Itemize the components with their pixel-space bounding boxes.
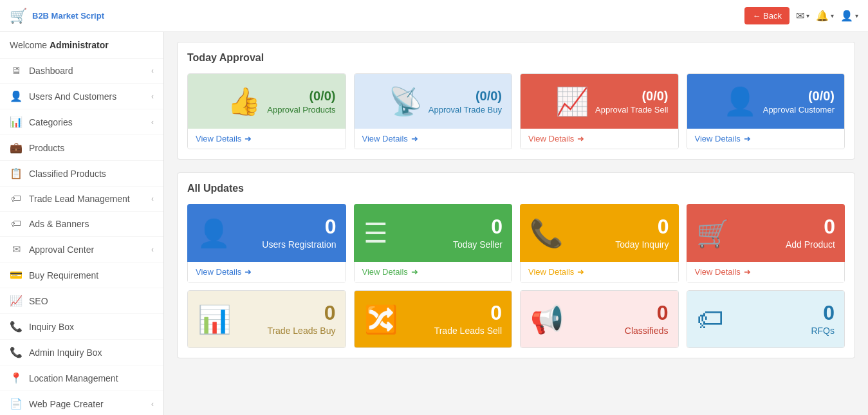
sidebar-item-ads-banners[interactable]: 🏷 Ads & Banners [0, 212, 163, 237]
update-card-bottom-users-registration[interactable]: View Details ➜ [187, 262, 346, 282]
approval-icon-approval-customer: 👤 [723, 86, 757, 117]
approval-link-text-approval-trade-buy: View Details [362, 134, 408, 143]
sidebar-item-inquiry-box[interactable]: 📞 Inquiry Box [0, 314, 163, 340]
sidebar-item-products[interactable]: 💼 Products [0, 135, 163, 161]
approval-label-approval-trade-sell: Approval Trade Sell [595, 105, 668, 115]
mail-button[interactable]: ✉ ▾ [796, 10, 809, 22]
update-label-today-seller: Today Seller [453, 239, 503, 250]
bottom-icon-trade-leads-buy: 📊 [198, 304, 231, 335]
sidebar-item-left: 🖥 Dashboard [10, 65, 73, 77]
sidebar-item-trade-lead-mgmt[interactable]: 🏷 Trade Lead Management ‹ [0, 187, 163, 212]
approval-icon-approval-trade-sell: 📈 [555, 86, 589, 117]
approval-link-approval-customer[interactable]: View Details ➜ [695, 134, 751, 143]
sidebar-item-left: 📋 Classified Products [10, 167, 106, 180]
update-link-users-registration[interactable]: View Details ➜ [196, 267, 252, 277]
update-card-add-product: 🛒 0 Add Product View Details ➜ [687, 204, 845, 282]
back-button[interactable]: ← Back [744, 7, 790, 24]
sidebar-label-products: Products [29, 143, 64, 153]
update-count-users-registration: 0 [262, 216, 336, 237]
sidebar-icon-inquiry-box: 📞 [10, 320, 23, 333]
bottom-count-rfqs: 0 [811, 302, 835, 323]
approval-link-arrow-approval-customer: ➜ [744, 134, 751, 143]
sidebar-label-trade-lead-mgmt: Trade Lead Management [29, 194, 130, 204]
sidebar-item-seo[interactable]: 📈 SEO [0, 288, 163, 314]
sidebar-item-left: 🏷 Ads & Banners [10, 218, 89, 230]
sidebar-item-buy-requirement[interactable]: 💳 Buy Requirement [0, 263, 163, 288]
navbar-right: ← Back ✉ ▾ 🔔 ▾ 👤 ▾ [744, 7, 858, 24]
sidebar-item-left: ✉ Approval Center [10, 243, 94, 255]
bottom-card-classifieds: 📢 0 Classifieds [520, 290, 679, 348]
update-card-bottom-add-product[interactable]: View Details ➜ [687, 262, 845, 282]
sidebar-welcome: Welcome Administrator [0, 32, 163, 59]
sidebar-item-approval-center[interactable]: ✉ Approval Center ‹ [0, 237, 163, 263]
sidebar-icon-dashboard: 🖥 [10, 65, 23, 77]
bottom-icon-classifieds: 📢 [530, 304, 564, 335]
user-button[interactable]: 👤 ▾ [840, 10, 858, 22]
approval-link-approval-products[interactable]: View Details ➜ [196, 134, 252, 143]
sidebar-item-left: 📞 Admin Inquiry Box [10, 346, 102, 358]
sidebar-arrow-dashboard: ‹ [151, 66, 154, 75]
approval-link-arrow-approval-trade-sell: ➜ [577, 134, 584, 143]
bottom-label-classifieds: Classifieds [625, 326, 669, 336]
update-info-today-seller: 0 Today Seller [453, 216, 503, 250]
update-count-today-seller: 0 [453, 216, 503, 237]
mail-icon: ✉ [796, 10, 804, 22]
approval-card-approval-customer: 👤 (0/0) Approval Customer View Details ➜ [687, 73, 845, 149]
sidebar-label-classified-products: Classified Products [29, 169, 106, 179]
update-link-today-seller[interactable]: View Details ➜ [362, 267, 418, 277]
approval-link-text-approval-customer: View Details [695, 134, 741, 143]
sidebar-item-web-page-creator[interactable]: 📄 Web Page Creater ‹ [0, 391, 163, 415]
sidebar-label-categories: Categories [29, 117, 73, 127]
bell-icon: 🔔 [816, 10, 829, 22]
sidebar-item-dashboard[interactable]: 🖥 Dashboard ‹ [0, 59, 163, 84]
sidebar-item-users-customers[interactable]: 👤 Users And Customers ‹ [0, 84, 163, 109]
bottom-info-trade-leads-buy: 0 Trade Leads Buy [267, 302, 335, 336]
bottom-card-top-trade-leads-sell: 🔀 0 Trade Leads Sell [355, 291, 512, 347]
approval-icon-approval-products: 👍 [227, 86, 261, 117]
bell-button[interactable]: 🔔 ▾ [816, 10, 834, 22]
update-info-users-registration: 0 Users Registration [262, 216, 336, 250]
bottom-label-rfqs: RFQs [811, 326, 835, 336]
approval-card-bottom-approval-trade-sell[interactable]: View Details ➜ [521, 129, 678, 149]
update-card-bottom-today-inquiry[interactable]: View Details ➜ [520, 262, 679, 282]
bottom-cards-grid: 📊 0 Trade Leads Buy 🔀 0 Trade Leads Sell… [187, 290, 845, 348]
sidebar-item-left: 💳 Buy Requirement [10, 269, 98, 281]
all-updates-title: All Updates [187, 183, 845, 194]
approval-card-approval-trade-buy: 📡 (0/0) Approval Trade Buy View Details … [354, 73, 513, 149]
sidebar-item-admin-inquiry-box[interactable]: 📞 Admin Inquiry Box [0, 340, 163, 365]
bottom-label-trade-leads-sell: Trade Leads Sell [434, 326, 502, 336]
update-card-users-registration: 👤 0 Users Registration View Details ➜ [187, 204, 346, 282]
bell-caret: ▾ [831, 12, 834, 19]
approval-count-approval-products: (0/0) [267, 89, 335, 104]
approval-card-approval-trade-sell: 📈 (0/0) Approval Trade Sell View Details… [520, 73, 679, 149]
approval-link-approval-trade-sell[interactable]: View Details ➜ [528, 134, 584, 143]
bottom-card-top-classifieds: 📢 0 Classifieds [521, 291, 678, 347]
bottom-card-rfqs: 🏷 0 RFQs [687, 290, 845, 348]
today-approval-title: Today Approval [187, 52, 845, 64]
bottom-count-classifieds: 0 [625, 302, 669, 323]
approval-count-approval-customer: (0/0) [763, 89, 835, 104]
update-card-bottom-today-seller[interactable]: View Details ➜ [354, 262, 513, 282]
sidebar-arrow-trade-lead-mgmt: ‹ [151, 194, 154, 203]
bottom-info-rfqs: 0 RFQs [811, 302, 835, 336]
update-card-top-users-registration: 👤 0 Users Registration [187, 204, 346, 262]
update-card-today-inquiry: 📞 0 Today Inquiry View Details ➜ [520, 204, 679, 282]
approval-card-bottom-approval-products[interactable]: View Details ➜ [188, 129, 346, 149]
approval-card-top-approval-trade-sell: 📈 (0/0) Approval Trade Sell [521, 74, 678, 129]
sidebar-item-categories[interactable]: 📊 Categories ‹ [0, 109, 163, 135]
update-card-top-today-inquiry: 📞 0 Today Inquiry [520, 204, 679, 262]
sidebar-item-location-mgmt[interactable]: 📍 Location Management [0, 365, 163, 391]
sidebar-icon-admin-inquiry-box: 📞 [10, 346, 23, 358]
sidebar-label-buy-requirement: Buy Requirement [29, 270, 98, 281]
all-updates-section: All Updates 👤 0 Users Registration View … [177, 172, 855, 358]
approval-card-bottom-approval-trade-buy[interactable]: View Details ➜ [355, 129, 512, 149]
update-link-today-inquiry[interactable]: View Details ➜ [528, 267, 584, 277]
approval-card-bottom-approval-customer[interactable]: View Details ➜ [687, 129, 845, 149]
bottom-card-trade-leads-buy: 📊 0 Trade Leads Buy [187, 290, 346, 348]
approval-link-approval-trade-buy[interactable]: View Details ➜ [362, 134, 418, 143]
update-link-add-product[interactable]: View Details ➜ [695, 267, 751, 277]
bottom-info-trade-leads-sell: 0 Trade Leads Sell [434, 302, 502, 336]
update-card-top-add-product: 🛒 0 Add Product [687, 204, 845, 262]
sidebar-icon-location-mgmt: 📍 [10, 372, 23, 384]
sidebar-item-classified-products[interactable]: 📋 Classified Products [0, 161, 163, 187]
